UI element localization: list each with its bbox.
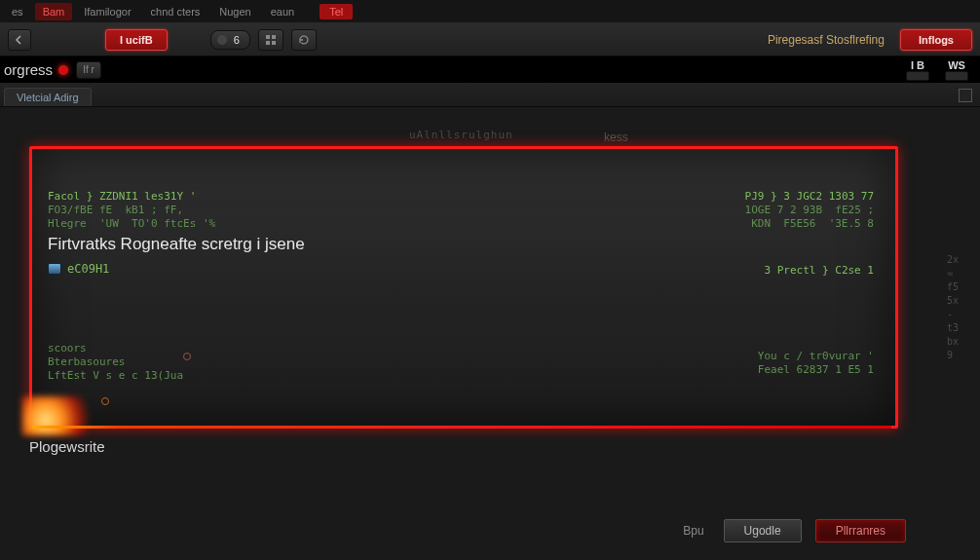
tool-icon-b[interactable] <box>291 29 317 51</box>
console-line: Feael 62837 1 E5 1 <box>758 363 874 377</box>
counter-widget[interactable]: 6 <box>210 30 250 50</box>
menu-item-5[interactable]: eaun <box>263 3 302 20</box>
primary-button[interactable]: Pllrranres <box>815 519 906 542</box>
counter-value: 6 <box>230 34 244 46</box>
console-line: scoors <box>48 342 183 355</box>
svg-point-5 <box>102 398 109 405</box>
console-right-block-a: PJ9 } 3 JGC2 1303 77 1OGE 7 2 93B fE25 ;… <box>745 190 874 231</box>
console-line: 1OGE 7 2 93B fE25 ; <box>745 204 874 217</box>
svg-rect-0 <box>266 35 270 39</box>
main-left: uAlnllsrulghun kess Facol } ZZDNI1 les31… <box>0 107 945 560</box>
console-line: Hlegre 'UW TO'0 ftcEs '% <box>48 217 215 231</box>
main-area: uAlnllsrulghun kess Facol } ZZDNI1 les31… <box>0 107 980 560</box>
console-inner: Facol } ZZDNI1 les31Y ' FO3/fBE fE kB1 ;… <box>38 155 889 420</box>
profile-button[interactable]: I ucifB <box>105 29 168 51</box>
side-math-line: - <box>947 308 976 321</box>
side-math-line: 2x <box>947 253 976 267</box>
tab-0[interactable]: Vletcial Adirg <box>4 88 92 106</box>
console-line: KDN F5E56 '3E.5 8 <box>745 217 874 231</box>
console-line: FO3/fBE fE kB1 ; fF, <box>48 204 215 217</box>
tool-icon-a[interactable] <box>258 29 283 51</box>
svg-rect-1 <box>272 35 276 39</box>
console-line: LftEst V s e c 13(Jua <box>48 369 183 383</box>
undo-button[interactable]: Ugodle <box>724 519 802 542</box>
strip-right-block-1[interactable]: WS <box>945 59 968 81</box>
chip-icon <box>48 263 61 275</box>
side-gutter: 2x ≈ f5 5x - t3 bx 9 <box>945 107 980 560</box>
menu-item-4[interactable]: Nugen <box>211 3 258 20</box>
tabstrip: Vletcial Adirg <box>0 84 980 107</box>
chevron-left-icon <box>15 35 24 45</box>
bottom-label: Bpu <box>683 524 703 538</box>
console-heading: Firtvratks Rogneafte scretrg i jsene <box>48 235 305 254</box>
strip-right-block-0[interactable]: I B <box>906 59 929 81</box>
menu-item-1[interactable]: Bam <box>35 3 73 20</box>
console-right-block-b: You c / tr0vurar ' Feael 62837 1 E5 1 <box>758 350 874 377</box>
console-line: Facol } ZZDNI1 les31Y ' <box>48 190 215 204</box>
below-console-label: Plogewsrite <box>29 438 105 455</box>
record-indicator-icon <box>58 65 68 75</box>
menu-highlight[interactable]: Tel <box>320 4 353 19</box>
svg-rect-2 <box>266 41 270 45</box>
side-math-line: 5x <box>947 294 976 308</box>
side-math-line: t3 <box>947 321 976 335</box>
console-frame: Facol } ZZDNI1 les31Y ' FO3/fBE fE kB1 ;… <box>29 146 898 429</box>
refresh-icon <box>298 34 310 46</box>
side-math-block: 2x ≈ f5 5x - t3 bx 9 <box>947 253 976 362</box>
bg-scribble-b: kess <box>604 131 628 144</box>
marker-icon <box>100 396 110 406</box>
console-sub-label: eC09H1 <box>67 262 109 276</box>
menubar: es Bam Ifamilogor chnd cters Nugen eaun … <box>0 0 980 23</box>
strip-right-label-0: I B <box>911 59 924 71</box>
console-left-block-a: Facol } ZZDNI1 les31Y ' FO3/fBE fE kB1 ;… <box>48 190 215 231</box>
strip-right-field-1 <box>945 71 968 81</box>
console-left-block-b: scoors Bterbasoures LftEst V s e c 13(Ju… <box>48 342 183 383</box>
panel-toggle-button[interactable] <box>959 89 972 102</box>
menu-item-0[interactable]: es <box>4 3 31 20</box>
menu-item-3[interactable]: chnd cters <box>143 3 208 20</box>
svg-rect-3 <box>272 41 276 45</box>
side-math-line: ≈ <box>947 267 976 280</box>
console-line: 3 Prectl } C2se 1 <box>764 264 874 278</box>
side-math-line: bx <box>947 335 976 349</box>
back-button[interactable] <box>8 29 31 51</box>
svg-point-4 <box>184 354 191 360</box>
bg-scribble-a: uAlnllsrulghun <box>409 129 513 141</box>
console-sub-row: eC09H1 <box>48 262 109 276</box>
side-math-line: f5 <box>947 280 976 294</box>
progress-strip: orgress If r I B WS <box>0 56 980 84</box>
strip-right-field-0 <box>906 71 929 81</box>
console-line: Bterbasoures <box>48 355 183 369</box>
progress-strip-label: orgress <box>4 61 53 78</box>
bottom-button-row: Bpu Ugodle Pllrranres <box>683 519 906 542</box>
marker-icon <box>182 352 192 361</box>
grid-icon <box>265 34 277 46</box>
side-math-line: 9 <box>947 349 976 362</box>
strip-toggle-button[interactable]: If r <box>76 61 101 79</box>
toolbar: I ucifB 6 Piregesasf Stosflrefing Inflog… <box>0 23 980 56</box>
strip-right-label-1: WS <box>948 59 965 71</box>
counter-dot-icon <box>217 35 227 45</box>
console-line: You c / tr0vurar ' <box>758 350 874 363</box>
inflogs-button[interactable]: Inflogs <box>900 29 972 51</box>
menu-item-2[interactable]: Ifamilogor <box>76 3 138 20</box>
console-line: PJ9 } 3 JGC2 1303 77 <box>745 190 874 204</box>
console-right-sub: 3 Prectl } C2se 1 <box>764 264 874 278</box>
toolbar-status-label: Piregesasf Stosflrefing <box>768 33 885 47</box>
